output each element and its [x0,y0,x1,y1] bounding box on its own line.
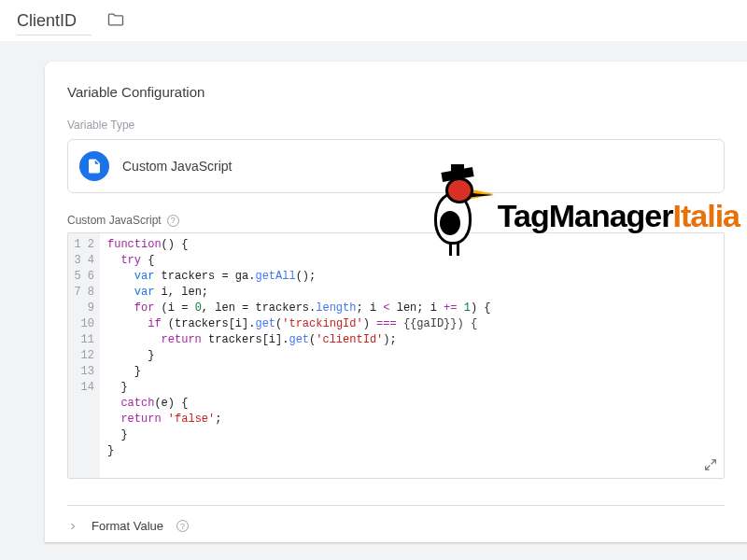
variable-type-value: Custom JavaScript [122,159,232,174]
custom-js-icon [79,151,109,181]
variable-config-card: Variable Configuration Variable Type Cus… [45,62,747,542]
expand-handle-icon[interactable] [703,457,718,472]
code-field-label: Custom JavaScript ? [67,214,725,227]
folder-icon[interactable] [106,10,125,33]
format-value-label: Format Value [92,519,163,533]
chevron-right-icon [67,521,78,532]
code-editor[interactable]: 1 2 3 4 5 6 7 8 9 10 11 12 13 14 functio… [67,232,725,479]
variable-type-label: Variable Type [67,119,725,132]
variable-name-input[interactable] [17,7,92,35]
format-value-row[interactable]: Format Value ? [67,505,725,533]
code-content[interactable]: function() { try { var trackers = ga.get… [100,233,724,478]
help-icon[interactable]: ? [176,520,189,532]
help-icon[interactable]: ? [167,215,179,227]
code-gutter: 1 2 3 4 5 6 7 8 9 10 11 12 13 14 [68,233,100,478]
page-header [0,0,747,41]
page-body: Variable Configuration Variable Type Cus… [0,41,747,560]
card-title: Variable Configuration [67,84,725,100]
variable-type-selector[interactable]: Custom JavaScript [67,139,725,193]
